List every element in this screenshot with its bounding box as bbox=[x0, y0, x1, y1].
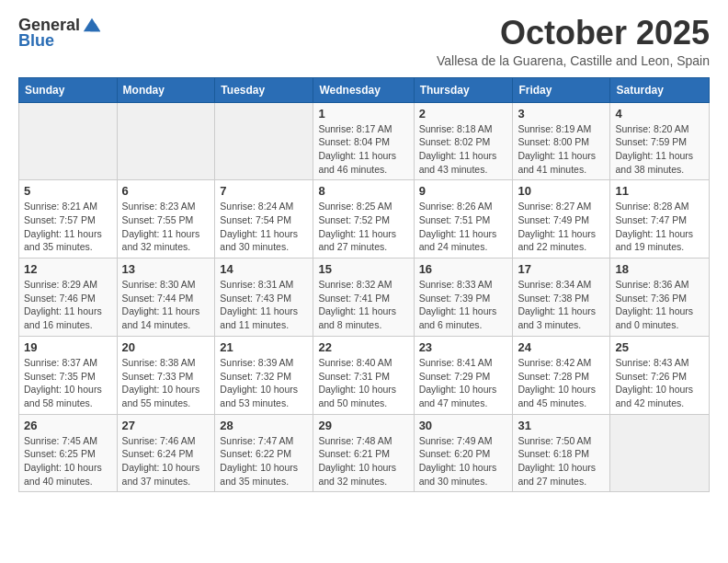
day-cell: 28Sunrise: 7:47 AMSunset: 6:22 PMDayligh… bbox=[215, 414, 313, 492]
day-info: Sunrise: 8:23 AMSunset: 7:55 PMDaylight:… bbox=[122, 200, 210, 254]
day-cell bbox=[610, 414, 710, 492]
day-info: Sunrise: 8:20 AMSunset: 7:59 PMDaylight:… bbox=[615, 122, 704, 177]
day-number: 31 bbox=[518, 419, 605, 432]
week-row-4: 19Sunrise: 8:37 AMSunset: 7:35 PMDayligh… bbox=[19, 336, 710, 414]
day-number: 30 bbox=[419, 419, 508, 432]
week-row-5: 26Sunrise: 7:45 AMSunset: 6:25 PMDayligh… bbox=[19, 414, 710, 492]
day-info: Sunrise: 8:21 AMSunset: 7:57 PMDaylight:… bbox=[24, 200, 112, 254]
week-row-1: 1Sunrise: 8:17 AMSunset: 8:04 PMDaylight… bbox=[19, 102, 710, 180]
day-cell: 25Sunrise: 8:43 AMSunset: 7:26 PMDayligh… bbox=[610, 336, 710, 414]
weekday-header-tuesday: Tuesday bbox=[215, 77, 313, 102]
day-cell: 30Sunrise: 7:49 AMSunset: 6:20 PMDayligh… bbox=[414, 414, 513, 492]
day-info: Sunrise: 7:48 AMSunset: 6:21 PMDaylight:… bbox=[318, 434, 408, 488]
day-info: Sunrise: 8:43 AMSunset: 7:26 PMDaylight:… bbox=[615, 356, 704, 410]
day-number: 16 bbox=[419, 262, 508, 276]
day-info: Sunrise: 8:32 AMSunset: 7:41 PMDaylight:… bbox=[318, 278, 408, 332]
day-cell: 29Sunrise: 7:48 AMSunset: 6:21 PMDayligh… bbox=[313, 414, 414, 492]
day-info: Sunrise: 8:28 AMSunset: 7:47 PMDaylight:… bbox=[615, 200, 704, 254]
day-number: 23 bbox=[419, 340, 508, 354]
day-info: Sunrise: 8:30 AMSunset: 7:44 PMDaylight:… bbox=[122, 278, 210, 332]
day-cell: 20Sunrise: 8:38 AMSunset: 7:33 PMDayligh… bbox=[117, 336, 215, 414]
day-number: 14 bbox=[220, 262, 308, 276]
weekday-header-sunday: Sunday bbox=[19, 77, 118, 102]
day-cell: 3Sunrise: 8:19 AMSunset: 8:00 PMDaylight… bbox=[513, 102, 610, 180]
day-cell: 9Sunrise: 8:26 AMSunset: 7:51 PMDaylight… bbox=[414, 180, 513, 259]
day-number: 24 bbox=[518, 340, 605, 354]
day-number: 6 bbox=[122, 184, 210, 198]
day-number: 7 bbox=[220, 184, 308, 198]
day-number: 13 bbox=[122, 262, 210, 276]
day-number: 18 bbox=[615, 262, 704, 276]
day-cell bbox=[215, 102, 313, 180]
week-row-2: 5Sunrise: 8:21 AMSunset: 7:57 PMDaylight… bbox=[19, 180, 710, 259]
day-cell: 19Sunrise: 8:37 AMSunset: 7:35 PMDayligh… bbox=[19, 336, 118, 414]
logo-blue: Blue bbox=[18, 31, 54, 51]
day-info: Sunrise: 8:24 AMSunset: 7:54 PMDaylight:… bbox=[220, 200, 308, 254]
day-info: Sunrise: 7:45 AMSunset: 6:25 PMDaylight:… bbox=[24, 434, 112, 488]
day-cell: 8Sunrise: 8:25 AMSunset: 7:52 PMDaylight… bbox=[313, 180, 414, 259]
location-subtitle: Vallesa de la Guarena, Castille and Leon… bbox=[437, 53, 710, 68]
day-cell: 1Sunrise: 8:17 AMSunset: 8:04 PMDaylight… bbox=[313, 102, 414, 180]
day-info: Sunrise: 8:36 AMSunset: 7:36 PMDaylight:… bbox=[615, 278, 704, 332]
day-info: Sunrise: 8:17 AMSunset: 8:04 PMDaylight:… bbox=[318, 122, 408, 177]
day-cell: 31Sunrise: 7:50 AMSunset: 6:18 PMDayligh… bbox=[513, 414, 610, 492]
day-info: Sunrise: 8:31 AMSunset: 7:43 PMDaylight:… bbox=[220, 278, 308, 332]
day-number: 21 bbox=[220, 340, 308, 354]
day-info: Sunrise: 7:50 AMSunset: 6:18 PMDaylight:… bbox=[518, 434, 605, 488]
day-info: Sunrise: 7:47 AMSunset: 6:22 PMDaylight:… bbox=[220, 434, 308, 488]
day-cell: 4Sunrise: 8:20 AMSunset: 7:59 PMDaylight… bbox=[610, 102, 710, 180]
day-number: 8 bbox=[318, 184, 408, 198]
day-cell bbox=[19, 102, 118, 180]
day-number: 9 bbox=[419, 184, 508, 198]
day-cell: 13Sunrise: 8:30 AMSunset: 7:44 PMDayligh… bbox=[117, 259, 215, 337]
day-info: Sunrise: 8:26 AMSunset: 7:51 PMDaylight:… bbox=[419, 200, 508, 254]
day-cell bbox=[117, 102, 215, 180]
weekday-header-thursday: Thursday bbox=[414, 77, 513, 102]
day-number: 19 bbox=[24, 340, 112, 354]
day-cell: 26Sunrise: 7:45 AMSunset: 6:25 PMDayligh… bbox=[19, 414, 118, 492]
day-cell: 22Sunrise: 8:40 AMSunset: 7:31 PMDayligh… bbox=[313, 336, 414, 414]
day-number: 15 bbox=[318, 262, 408, 276]
day-cell: 5Sunrise: 8:21 AMSunset: 7:57 PMDaylight… bbox=[19, 180, 118, 259]
day-cell: 14Sunrise: 8:31 AMSunset: 7:43 PMDayligh… bbox=[215, 259, 313, 337]
month-title: October 2025 bbox=[437, 15, 710, 52]
day-number: 26 bbox=[24, 419, 112, 432]
title-block: October 2025 Vallesa de la Guarena, Cast… bbox=[437, 15, 710, 68]
day-number: 2 bbox=[419, 107, 508, 121]
day-info: Sunrise: 8:27 AMSunset: 7:49 PMDaylight:… bbox=[518, 200, 605, 254]
day-info: Sunrise: 8:40 AMSunset: 7:31 PMDaylight:… bbox=[318, 356, 408, 410]
day-number: 22 bbox=[318, 340, 408, 354]
day-number: 17 bbox=[518, 262, 605, 276]
day-cell: 21Sunrise: 8:39 AMSunset: 7:32 PMDayligh… bbox=[215, 336, 313, 414]
day-info: Sunrise: 8:19 AMSunset: 8:00 PMDaylight:… bbox=[518, 122, 605, 177]
day-info: Sunrise: 8:33 AMSunset: 7:39 PMDaylight:… bbox=[419, 278, 508, 332]
week-row-3: 12Sunrise: 8:29 AMSunset: 7:46 PMDayligh… bbox=[19, 259, 710, 337]
day-number: 1 bbox=[318, 107, 408, 121]
day-info: Sunrise: 8:37 AMSunset: 7:35 PMDaylight:… bbox=[24, 356, 112, 410]
day-cell: 6Sunrise: 8:23 AMSunset: 7:55 PMDaylight… bbox=[117, 180, 215, 259]
weekday-header-wednesday: Wednesday bbox=[313, 77, 414, 102]
page-header: General Blue October 2025 Vallesa de la … bbox=[18, 15, 710, 68]
day-number: 5 bbox=[24, 184, 112, 198]
day-info: Sunrise: 7:46 AMSunset: 6:24 PMDaylight:… bbox=[122, 434, 210, 488]
day-number: 3 bbox=[518, 107, 605, 121]
weekday-header-row: SundayMondayTuesdayWednesdayThursdayFrid… bbox=[19, 77, 710, 102]
day-info: Sunrise: 8:39 AMSunset: 7:32 PMDaylight:… bbox=[220, 356, 308, 410]
day-number: 25 bbox=[615, 340, 704, 354]
weekday-header-friday: Friday bbox=[513, 77, 610, 102]
weekday-header-saturday: Saturday bbox=[610, 77, 710, 102]
weekday-header-monday: Monday bbox=[117, 77, 215, 102]
day-cell: 11Sunrise: 8:28 AMSunset: 7:47 PMDayligh… bbox=[610, 180, 710, 259]
day-number: 28 bbox=[220, 419, 308, 432]
day-info: Sunrise: 8:42 AMSunset: 7:28 PMDaylight:… bbox=[518, 356, 605, 410]
day-number: 20 bbox=[122, 340, 210, 354]
day-cell: 27Sunrise: 7:46 AMSunset: 6:24 PMDayligh… bbox=[117, 414, 215, 492]
day-number: 27 bbox=[122, 419, 210, 432]
day-cell: 16Sunrise: 8:33 AMSunset: 7:39 PMDayligh… bbox=[414, 259, 513, 337]
day-number: 12 bbox=[24, 262, 112, 276]
day-info: Sunrise: 8:25 AMSunset: 7:52 PMDaylight:… bbox=[318, 200, 408, 254]
day-info: Sunrise: 8:38 AMSunset: 7:33 PMDaylight:… bbox=[122, 356, 210, 410]
day-cell: 23Sunrise: 8:41 AMSunset: 7:29 PMDayligh… bbox=[414, 336, 513, 414]
day-info: Sunrise: 8:29 AMSunset: 7:46 PMDaylight:… bbox=[24, 278, 112, 332]
day-cell: 2Sunrise: 8:18 AMSunset: 8:02 PMDaylight… bbox=[414, 102, 513, 180]
